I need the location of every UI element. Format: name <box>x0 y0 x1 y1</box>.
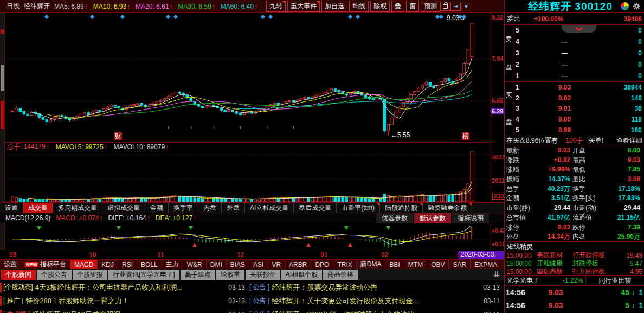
news-tab-个股公告[interactable]: 个股公告 <box>37 270 72 280</box>
macd-button-优选参数[interactable]: 优选参数 <box>376 213 413 223</box>
stat-value: +0.82 <box>534 156 572 165</box>
sell-level-row[interactable]: 1—0 <box>513 70 644 81</box>
indicator-tab-BIAS[interactable]: BIAS <box>227 260 249 269</box>
news-tag: [ 公告 ] <box>249 296 269 305</box>
buy-level-row[interactable]: 58.99160 <box>513 125 644 136</box>
toolbar-button-叠[interactable]: 叠 <box>391 1 404 12</box>
volume-tab-市盈率(ttm)[interactable]: 市盈率(ttm) <box>337 203 380 213</box>
finance-badge[interactable]: 财 <box>114 132 122 140</box>
indicator-tab-OBV[interactable]: OBV <box>427 260 449 269</box>
volume-header-text: MAVOL5: 99725 <box>56 143 104 151</box>
indicator-tab-SAR[interactable]: SAR <box>449 260 471 269</box>
indicator-tab-EXPMA[interactable]: EXPMA <box>471 260 501 269</box>
volume-tab-设置[interactable]: 设置 <box>0 203 23 213</box>
news-tab-商品价格[interactable]: 商品价格 <box>323 270 358 280</box>
alert-row[interactable]: 15:00:00美联新材打开跌停板19.49 <box>505 251 644 259</box>
volume-tab-融资融券余额[interactable]: 融资融券余额 <box>423 203 472 213</box>
indicator-tab-DMI[interactable]: DMI <box>207 260 227 269</box>
indicator-tab-主力[interactable]: 主力 <box>162 260 183 269</box>
collapse-book-button[interactable] <box>562 25 596 33</box>
indicator-tab-MTM[interactable]: MTM <box>404 260 427 269</box>
news-item[interactable]: [ 公告 ]经纬辉开：关于变更公司发行股份及支付现金...03-11 <box>249 296 504 306</box>
buy-level-row[interactable]: 29.02146 <box>513 93 644 104</box>
news-tab-行业资讯[光学光电子][interactable]: 行业资讯[光学光电子] <box>108 270 179 280</box>
indicator-tab-VR[interactable]: VR <box>268 260 285 269</box>
volume-tab-多周期成交量[interactable]: 多周期成交量 <box>53 203 102 213</box>
chevron-down-icon[interactable]: ▼ <box>461 3 471 10</box>
volume-tab-虚拟成交量[interactable]: 虚拟成交量 <box>102 203 145 213</box>
alert-row[interactable]: 15:00:00开能健康封跌停板5.47 <box>505 259 644 267</box>
indicator-tab-设置[interactable]: 设置 <box>0 260 21 269</box>
news-tab-bar: 个股新闻个股公告个股研报行业资讯[光学光电子]高手观点论股堂关联报价AI相似个股… <box>0 269 504 280</box>
indicator-tab-指标平台[interactable]: NEW指标平台 <box>21 260 70 269</box>
macd-button-指标说明[interactable]: 指标说明 <box>452 213 489 223</box>
volume-tab-盘后成交量[interactable]: 盘后成交量 <box>294 203 337 213</box>
gear-icon[interactable] <box>633 2 641 10</box>
toolbar-button-窗[interactable]: 窗 <box>406 1 419 12</box>
macd-button-默认参数[interactable]: 默认参数 <box>414 213 451 223</box>
macd-chart[interactable] <box>5 223 491 250</box>
toolbar-button-加自选[interactable]: 加自选 <box>321 1 347 12</box>
news-item[interactable]: [ 公告 ]经纬辉开：股票交易异常波动公告03-13 <box>249 283 504 292</box>
toolbar-button-九转[interactable]: 九转 <box>266 1 286 12</box>
stat-value: 9.03 <box>608 156 642 165</box>
volume-tab-陆股通持股[interactable]: 陆股通持股 <box>380 203 423 213</box>
volume-tab-内盘[interactable]: 内盘 <box>198 203 222 213</box>
indicator-tab-KDJ[interactable]: KDJ <box>98 260 118 269</box>
volume-chart[interactable] <box>5 151 491 202</box>
indicator-tab-BBI[interactable]: BBI <box>385 260 404 269</box>
indicator-tab-DPO[interactable]: DPO <box>311 260 333 269</box>
indicator-tab-label: 新DMA <box>360 260 382 269</box>
indicator-tab-新DMA[interactable]: 新DMA <box>357 260 386 269</box>
indicator-tab-TRIX[interactable]: TRIX <box>333 260 356 269</box>
news-tab-个股新闻[interactable]: 个股新闻 <box>1 270 36 280</box>
indicator-tab-MACD[interactable]: MACD <box>70 260 98 269</box>
stat-label: 内盘 <box>572 232 608 242</box>
level-number: 2 <box>516 94 523 102</box>
indicator-tab-ARBR[interactable]: ARBR <box>285 260 311 269</box>
buy-level-row[interactable]: 39.0138 <box>513 104 644 114</box>
buy-level-row[interactable]: 49.00118 <box>513 114 644 125</box>
pie-chart-icon[interactable] <box>621 2 629 10</box>
volume-tab-换手率[interactable]: 换手率 <box>169 203 198 213</box>
rank-badge[interactable]: 榜 <box>462 132 469 140</box>
sell-level-row[interactable]: 2—0 <box>513 59 644 70</box>
price-axis-label: 6.65 <box>492 97 505 104</box>
indicator-tab-W&R[interactable]: W&R <box>183 260 207 269</box>
sell-level-row[interactable]: 3—0 <box>513 48 644 59</box>
news-tab-高手观点[interactable]: 高手观点 <box>181 270 215 280</box>
indicator-tab-BOLL[interactable]: BOLL <box>137 260 162 269</box>
stat-value: 17.93% <box>608 194 642 203</box>
toolbar-button-重大事件[interactable]: 重大事件 <box>287 1 320 12</box>
industry-cell[interactable]: 光学光电子 -1.22% <box>505 276 586 285</box>
buy-level-row[interactable]: 19.0338944 <box>513 82 644 93</box>
news-tab-论股堂[interactable]: 论股堂 <box>216 270 244 280</box>
toolbar-button-预测[interactable]: 预测 <box>421 1 440 12</box>
news-tab-关联报价[interactable]: 关联报价 <box>246 270 280 280</box>
volume-tab-外盘[interactable]: 外盘 <box>222 203 245 213</box>
toolbar-button-除权[interactable]: 除权 <box>370 1 390 12</box>
volume-tab-AI立桩成交量[interactable]: AI立桩成交量 <box>245 203 294 213</box>
view-detail-link[interactable]: 查看详细 <box>616 136 642 145</box>
news-item[interactable]: [ 龙虎榜 ]经纬辉开 03月13日成交明细03-13 <box>0 310 249 313</box>
news-tab-AI相似个股[interactable]: AI相似个股 <box>281 270 322 280</box>
news-item[interactable]: [ 推广 ]特价288！荐股师助您一臂之力！03-13 <box>0 296 249 306</box>
scroll-down-icon[interactable]: ⇊ <box>489 270 504 280</box>
sell-level-row[interactable]: 4—0 <box>513 36 644 48</box>
goto-latest-icon[interactable]: ⇥ <box>450 2 461 11</box>
kline-chart[interactable]: ++++++ 9.03→ ←5.55 财 榜 <box>5 13 491 142</box>
toolbar-button-均线[interactable]: 均线 <box>349 1 369 12</box>
news-item[interactable]: [个股动态]4天3板经纬辉开：公司电抗器产品收入和利润...03-13 <box>0 283 249 292</box>
industry-compare-link[interactable]: 同行业比较 <box>586 276 644 285</box>
volume-tab-金额[interactable]: 金额 <box>145 203 169 213</box>
news-title: 经纬辉开：股票交易异常波动公告 <box>272 283 481 292</box>
indicator-tab-ASI[interactable]: ASI <box>249 260 268 269</box>
volume-tab-成交量[interactable]: 成交量 <box>23 203 53 213</box>
lock-icon[interactable] <box>440 2 450 11</box>
period-label[interactable]: 日线 <box>7 2 20 11</box>
news-item[interactable]: [ 公告 ]经纬辉开：2020年第一次临时股东大会的法律...03-11 <box>249 310 504 313</box>
volume-canvas <box>5 151 491 202</box>
indicator-tab-RSI[interactable]: RSI <box>118 260 137 269</box>
alert-row[interactable]: 15:00:00国创高新打开跌停板4.95 <box>505 267 644 276</box>
news-tab-个股研报[interactable]: 个股研报 <box>73 270 107 280</box>
